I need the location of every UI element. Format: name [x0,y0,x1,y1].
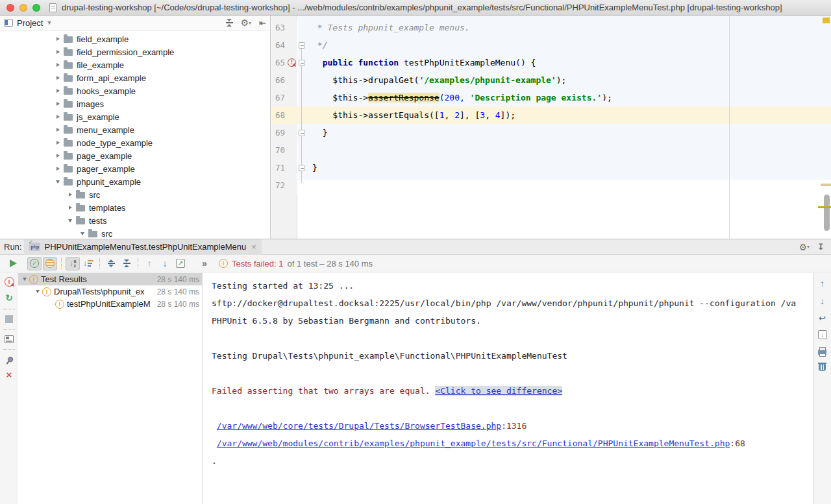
code-line[interactable]: 72 [271,176,831,194]
test-tree-item[interactable]: !Drupal\Tests\phpunit_ex28 s 140 ms [18,285,202,298]
show-ignored-button[interactable] [43,257,57,270]
more-icon[interactable]: » [197,258,212,269]
failed-test-gutter-icon[interactable]: ! [288,58,296,67]
code-line[interactable]: 67 $this->assertResponse(200, 'Descripti… [271,89,831,106]
code-line[interactable]: 68 $this->assertEquals([1, 2], [3, 4]); [271,106,831,124]
zoom-window-button[interactable] [32,4,40,12]
see-difference-link[interactable]: <Click to see difference> [435,386,562,396]
expand-arrow-icon[interactable] [55,141,61,145]
tree-item[interactable]: images [0,97,270,110]
clear-all-icon[interactable] [819,362,826,371]
tree-item[interactable]: src [0,227,270,239]
code-line[interactable]: 63 * Tests phpunit_example menus. [271,19,831,36]
scroll-to-end-icon[interactable]: ↓ [818,330,827,339]
expand-arrow-icon[interactable] [55,89,61,93]
code-text[interactable]: public function testPhpUnitExampleMenu()… [312,58,536,67]
close-tab-icon[interactable]: × [251,242,256,252]
tree-item[interactable]: field_example [0,32,270,45]
fold-marker-icon[interactable] [299,165,305,171]
show-ignored-icon[interactable] [45,259,55,268]
sort-alphabetically-icon[interactable]: ↓az [69,259,77,268]
fold-marker-icon[interactable] [299,42,305,49]
console-file-link[interactable]: /var/www/web/modules/contrib/examples/ph… [217,438,730,448]
expand-arrow-icon[interactable] [67,206,73,210]
expand-arrow-icon[interactable] [67,193,73,197]
next-occurrence-icon[interactable]: ↓ [163,258,167,269]
tree-item[interactable]: menu_example [0,123,270,136]
stop-icon[interactable] [5,315,13,323]
expand-arrow-icon[interactable] [55,37,61,41]
tree-item[interactable]: field_permission_example [0,45,270,58]
code-editor[interactable]: 63 * Tests phpunit_example menus.64 */65… [271,16,831,239]
next-occurrence-button[interactable]: ↓ [158,257,172,270]
previous-message-icon[interactable]: ↑ [820,278,825,289]
show-passed-button[interactable]: ✓ [27,257,42,270]
tree-item[interactable]: hooks_example [0,84,270,97]
tree-item[interactable]: file_example [0,58,270,71]
expand-all-icon[interactable] [108,259,115,267]
expand-arrow-icon[interactable] [55,128,61,132]
settings-icon[interactable]: ⚙▾ [241,18,252,27]
project-panel-title[interactable]: Project [17,18,43,28]
export-test-results-button[interactable]: ↗ [173,257,188,270]
hide-panel-down-icon[interactable]: ↧ [817,242,825,252]
error-stripe-mark[interactable] [823,18,830,23]
more-button[interactable]: » [197,257,212,270]
previous-occurrence-icon[interactable]: ↑ [147,258,152,269]
close-icon[interactable]: × [6,370,12,379]
expand-arrow-icon[interactable] [55,167,61,171]
show-passed-icon[interactable]: ✓ [30,259,39,268]
caret-stripe-mark[interactable] [818,206,831,208]
code-line[interactable]: 70 [271,141,831,159]
collapse-all-icon[interactable] [123,259,130,267]
tree-item[interactable]: tests [0,214,270,227]
fold-marker-icon[interactable] [299,60,305,66]
code-line[interactable]: 66 $this->drupalGet('/examples/phpunit-e… [271,71,831,89]
expand-arrow-icon[interactable] [55,115,61,119]
collapse-all-button[interactable] [119,257,134,270]
fold-marker-icon[interactable] [299,130,305,136]
code-text[interactable]: $this->assertEquals([1, 2], [3, 4]); [312,110,515,120]
tree-item[interactable]: js_example [0,110,270,123]
code-line[interactable]: 71} [271,159,831,176]
console-file-link[interactable]: /var/www/web/core/tests/Drupal/Tests/Bro… [217,421,501,431]
code-text[interactable]: $this->assertResponse(200, 'Description … [312,93,612,102]
expand-arrow-icon[interactable] [55,102,61,106]
tree-item[interactable]: templates [0,201,270,214]
expand-arrow-icon[interactable] [55,154,61,158]
close-window-button[interactable] [6,4,14,12]
code-text[interactable]: } [312,128,327,138]
code-line[interactable]: 65! public function testPhpUnitExampleMe… [271,54,831,71]
tree-item[interactable]: node_type_example [0,136,270,149]
editor-scrollbar-thumb[interactable] [824,195,830,231]
sort-alphabetically-button[interactable]: ↓az [66,257,80,270]
warning-stripe-mark[interactable] [821,184,831,186]
code-text[interactable]: * Tests phpunit_example menus. [312,23,470,32]
sort-by-duration-button[interactable]: ↓ [81,257,95,270]
print-icon[interactable] [818,346,826,355]
tree-item[interactable]: src [0,188,270,201]
next-message-icon[interactable]: ↓ [820,296,825,306]
hide-panel-icon[interactable]: ⇤ [259,18,266,28]
rerun-failed-tests-icon[interactable]: ! [5,277,14,287]
tree-item[interactable]: pager_example [0,162,270,175]
play-button[interactable] [6,257,20,270]
code-text[interactable]: $this->drupalGet('/examples/phpunit-exam… [312,75,566,85]
pin-tab-icon[interactable] [5,355,14,365]
expand-arrow-icon[interactable] [55,76,61,80]
code-line[interactable]: 64 */ [271,36,831,54]
export-test-results-icon[interactable]: ↗ [176,259,185,268]
code-line[interactable]: 69 } [271,124,831,141]
toggle-auto-test-icon[interactable]: ↻ [5,293,13,303]
tree-item[interactable]: page_example [0,149,270,162]
collapse-arrow-icon[interactable] [79,232,86,235]
collapse-arrow-icon[interactable] [55,180,61,184]
expand-arrow-icon[interactable] [55,50,61,54]
tree-item[interactable]: form_api_example [0,71,270,84]
collapse-arrow-icon[interactable] [34,290,41,293]
tree-item[interactable]: phpunit_example [0,175,270,188]
test-tree-item[interactable]: !Test Results28 s 140 ms [18,273,202,285]
expand-arrow-icon[interactable] [55,63,61,67]
run-configuration-tab[interactable]: php PHPUnitExampleMenuTest.testPhpUnitEx… [24,239,261,255]
test-tree-item[interactable]: !testPhpUnitExampleM28 s 140 ms [18,298,202,310]
